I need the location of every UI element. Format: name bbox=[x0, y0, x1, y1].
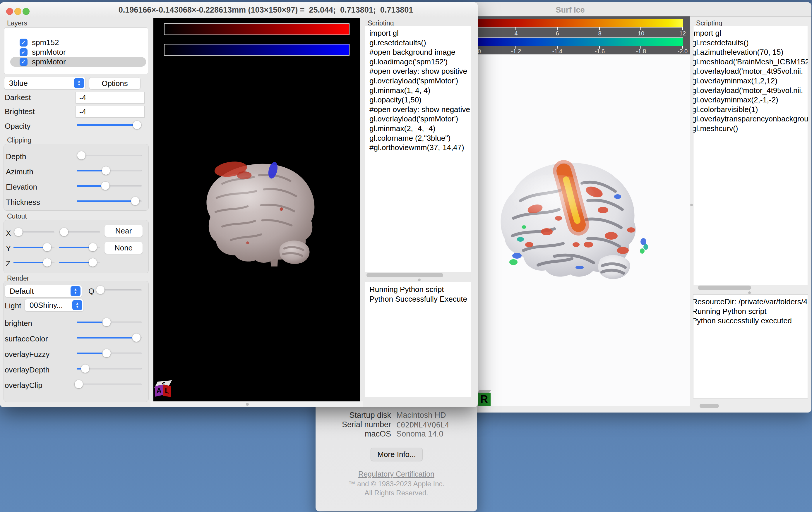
colorbar-negative bbox=[474, 37, 683, 46]
opacity-label: Opacity bbox=[5, 122, 30, 131]
brighten-slider[interactable] bbox=[77, 318, 142, 327]
slider-thumb[interactable] bbox=[132, 334, 141, 342]
surfacecolor-slider[interactable] bbox=[77, 333, 142, 342]
slider-thumb[interactable] bbox=[103, 318, 111, 326]
q-slider[interactable] bbox=[98, 285, 142, 294]
layer-row-spm152[interactable]: ✓ spm152 bbox=[10, 38, 146, 48]
titlebar[interactable]: 0.196166×-0.143068×-0.228613mm (103×150×… bbox=[0, 2, 478, 17]
code-line: gl.minmax(2, -4, -4) bbox=[369, 124, 471, 133]
splitter-handle[interactable] bbox=[748, 292, 751, 294]
slider-thumb[interactable] bbox=[102, 167, 110, 175]
cutout-x-slider-min[interactable] bbox=[13, 228, 54, 236]
colorbar-blue bbox=[164, 44, 349, 56]
horizontal-scrollbar[interactable] bbox=[700, 404, 719, 408]
code-line: gl.resetdefaults() bbox=[369, 38, 471, 48]
splitter-handle[interactable] bbox=[418, 278, 420, 281]
brightest-label: Brightest bbox=[5, 107, 35, 116]
output-line: Python successfully executed bbox=[693, 316, 808, 326]
colormap-dropdown[interactable]: 3blue ▲▼ bbox=[4, 77, 85, 90]
slider-thumb[interactable] bbox=[43, 243, 51, 251]
output-line: Running Python script bbox=[693, 307, 808, 316]
overlayclip-slider[interactable] bbox=[77, 380, 142, 389]
more-info-button[interactable]: More Info... bbox=[371, 448, 423, 461]
stepper-icon[interactable]: ▲▼ bbox=[70, 286, 81, 296]
colormap-value: 3blue bbox=[4, 79, 74, 88]
overlayfuzzy-slider[interactable] bbox=[77, 349, 142, 358]
tick bbox=[682, 27, 683, 30]
slider-thumb[interactable] bbox=[77, 151, 85, 159]
cutout-x-slider-max[interactable] bbox=[59, 228, 100, 236]
code-line: #open overlay: show positive bbox=[369, 66, 471, 76]
macos-value: Sonoma 14.0 bbox=[396, 429, 443, 439]
slider-thumb[interactable] bbox=[81, 365, 89, 373]
slider-thumb[interactable] bbox=[96, 286, 105, 294]
splitter-handle[interactable] bbox=[690, 204, 693, 206]
cutout-y-slider-min[interactable] bbox=[13, 243, 54, 251]
about-this-mac-dialog[interactable]: Startup disk Macintosh HD Serial number … bbox=[316, 392, 477, 511]
startup-disk-value: Macintosh HD bbox=[396, 411, 446, 420]
tick bbox=[516, 27, 516, 30]
code-line: gl.overlayload('spmMotor') bbox=[369, 114, 471, 124]
slider-thumb[interactable] bbox=[89, 243, 97, 251]
slider-thumb[interactable] bbox=[60, 228, 68, 236]
brighten-label: brighten bbox=[5, 319, 32, 328]
surfacecolor-label: surfaceColor bbox=[5, 334, 48, 343]
thickness-slider[interactable] bbox=[77, 197, 142, 205]
opacity-slider[interactable] bbox=[77, 121, 142, 129]
layer-row-spmmotor-2-selected[interactable]: ✓ spmMotor bbox=[10, 57, 146, 67]
checkbox-checked-icon[interactable]: ✓ bbox=[20, 48, 28, 56]
cutout-y-slider-max[interactable] bbox=[59, 243, 100, 251]
slider-thumb[interactable] bbox=[101, 182, 110, 190]
options-button[interactable]: Options bbox=[89, 77, 141, 90]
script-output[interactable]: ResourceDir: /private/var/folders/4Runni… bbox=[693, 294, 808, 398]
colorbar-red bbox=[164, 23, 349, 35]
depth-slider[interactable] bbox=[77, 151, 142, 160]
overlaydepth-label: overlayDepth bbox=[5, 365, 50, 374]
stepper-icon[interactable]: ▲▼ bbox=[72, 300, 82, 310]
elevation-label: Elevation bbox=[6, 183, 37, 192]
layer-label: spmMotor bbox=[32, 48, 66, 57]
slider-thumb[interactable] bbox=[89, 258, 97, 267]
zoom-button[interactable] bbox=[23, 8, 30, 15]
checkbox-checked-icon[interactable]: ✓ bbox=[20, 58, 28, 66]
minimize-button[interactable] bbox=[14, 8, 21, 15]
layer-label: spmMotor bbox=[32, 57, 66, 66]
horizontal-scrollbar[interactable] bbox=[698, 285, 751, 290]
render-mode-dropdown[interactable]: Default ▲▼ bbox=[5, 285, 82, 297]
near-button[interactable]: Near bbox=[104, 225, 143, 237]
slider-thumb[interactable] bbox=[131, 197, 139, 205]
stepper-icon[interactable]: ▲▼ bbox=[74, 78, 84, 88]
regulatory-certification-link[interactable]: Regulatory Certification bbox=[316, 470, 477, 478]
script-editor[interactable]: import glgl.resetdefaults()#open backgro… bbox=[365, 26, 471, 272]
thickness-label: Thickness bbox=[6, 198, 40, 207]
depth-label: Depth bbox=[6, 152, 26, 161]
slider-thumb[interactable] bbox=[75, 380, 83, 388]
horizontal-scrollbar[interactable] bbox=[367, 273, 443, 277]
slider-thumb[interactable] bbox=[43, 258, 51, 267]
script-editor[interactable]: import glgl.resetdefaults()gl.azimuthele… bbox=[693, 26, 808, 285]
brightest-input[interactable]: -4 bbox=[76, 106, 145, 118]
cutout-z-slider-max[interactable] bbox=[59, 258, 100, 267]
none-button[interactable]: None bbox=[104, 242, 143, 254]
slider-thumb[interactable] bbox=[103, 349, 111, 357]
splitter-handle[interactable] bbox=[246, 403, 249, 406]
script-output[interactable]: Running Python scriptPython Successfully… bbox=[365, 282, 471, 397]
code-line: gl.overlayload('spmMotor') bbox=[369, 76, 471, 86]
tick bbox=[599, 27, 600, 30]
surfice-main-window[interactable]: 0.196166×-0.143068×-0.228613mm (103×150×… bbox=[0, 2, 478, 407]
checkbox-checked-icon[interactable]: ✓ bbox=[20, 39, 28, 47]
close-button[interactable] bbox=[6, 8, 13, 15]
darkest-input[interactable]: -4 bbox=[76, 92, 145, 103]
tick-label: -2.0 bbox=[671, 48, 694, 55]
layer-list[interactable]: ✓ spm152 ✓ spmMotor ✓ spmMotor bbox=[4, 28, 148, 74]
slider-thumb[interactable] bbox=[133, 121, 141, 129]
azimuth-slider[interactable] bbox=[77, 166, 142, 175]
layer-row-spmmotor-1[interactable]: ✓ spmMotor bbox=[10, 48, 146, 57]
render-viewport[interactable]: S A L bbox=[153, 18, 360, 401]
light-dropdown[interactable]: 00Shiny... ▲▼ bbox=[25, 299, 84, 311]
slider-thumb[interactable] bbox=[14, 228, 23, 236]
overlaydepth-slider[interactable] bbox=[77, 364, 142, 373]
cutout-z-slider-min[interactable] bbox=[13, 258, 54, 267]
overlayfuzzy-label: overlayFuzzy bbox=[5, 350, 50, 359]
elevation-slider[interactable] bbox=[77, 181, 142, 190]
